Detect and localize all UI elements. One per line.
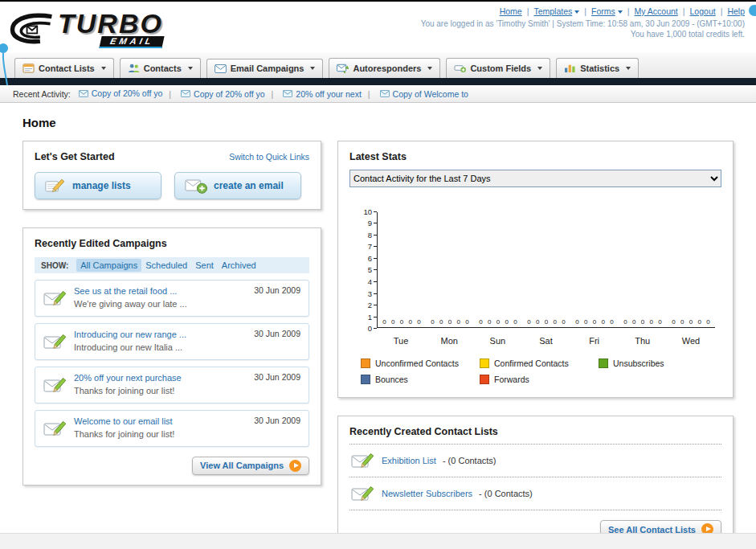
envelope-pencil-icon [351,484,375,503]
logo-main-text: TURBO [58,10,163,37]
manage-lists-button[interactable]: manage lists [35,172,161,199]
logo-text: TURBO EMAIL [58,10,163,48]
tab-label: Custom Fields [470,64,531,73]
top-link-home[interactable]: Home [500,6,522,16]
manage-lists-label: manage lists [72,180,131,191]
pin-icon [0,42,10,87]
small-envelope-icon [79,90,88,97]
get-started-buttons: manage lists create an email [35,172,309,199]
recent-activity-label: Recent Activity: [13,89,71,99]
legend-swatch-icon [361,375,370,384]
campaign-title-link[interactable]: See us at the retail food ... [74,285,187,298]
stats-range-select[interactable]: Contact Activity for the Last 7 Days [349,170,721,187]
campaign-subtitle: Introducing our new Italia ... [74,342,186,354]
pencil-icon [45,177,66,195]
filter-sent[interactable]: Sent [191,259,218,272]
chart-y-tick: 1 [361,312,377,322]
tab-statistics[interactable]: Statistics [556,58,639,78]
campaign-subtitle: Thanks for joining our list! [74,428,174,441]
chart-value-labels: 00000 [522,318,570,326]
header: TURBO EMAIL HomeTemplatesFormsMy Account… [0,2,756,53]
tab-custom-fields[interactable]: Custom Fields [446,58,550,78]
app-logo: TURBO EMAIL [8,5,163,53]
campaign-filter-bar: SHOW: All CampaignsScheduledSentArchived [35,257,309,273]
activity-item: Copy of Welcome to [362,89,468,99]
get-started-header: Let's Get Started Switch to Quick Links [35,151,309,162]
chart-y-tick: 10 [361,207,377,216]
filter-all-campaigns[interactable]: All Campaigns [76,259,141,272]
filter-archived[interactable]: Archived [218,259,260,272]
chart-x-label: Tue [377,336,425,346]
activity-item: Copy of 20% off yo [79,88,163,98]
chart-column: 00000 [426,212,474,327]
create-email-button[interactable]: create an email [174,172,301,199]
chart-x-label: Sat [521,336,570,346]
statistics-icon [564,63,576,73]
tab-label: Autoresponders [353,64,421,73]
chart-y-tick: 3 [361,289,377,298]
campaign-list: See us at the retail food ...We're givin… [35,280,309,447]
activity-item-link[interactable]: Copy of 20% off yo [194,89,265,99]
campaign-title-link[interactable]: Welcome to our email list [74,416,174,428]
contact-lists-panel: Recently Created Contact Lists Exhibitio… [337,416,734,549]
chevron-down-icon [537,67,542,70]
login-info: You are logged in as 'Timothy Smith' | S… [421,19,745,28]
chart-value-labels: 00000 [619,318,667,326]
small-envelope-icon [380,90,390,97]
chart-x-label: Thu [619,336,667,346]
view-all-campaigns-button[interactable]: View All Campaigns [192,457,309,475]
chart-y-tick: 0 [361,324,377,334]
filter-scheduled[interactable]: Scheduled [141,259,191,272]
top-link-help[interactable]: Help [727,6,745,16]
chart-y-tick: 5 [361,265,377,275]
tab-contacts[interactable]: Contacts [120,58,201,78]
get-started-title: Let's Get Started [35,151,115,162]
campaign-title-link[interactable]: Introducing our new range ... [74,329,186,342]
chart-y-tick: 2 [361,301,377,310]
legend-label: Unsubscribes [613,358,664,368]
activity-item: Copy of 20% off yo [162,89,264,99]
activity-item-link[interactable]: Copy of 20% off yo [92,88,163,98]
stats-legend: Unconfirmed ContactsConfirmed ContactsUn… [361,358,721,384]
top-link-logout[interactable]: Logout [690,6,716,16]
tab-contact-lists[interactable]: Contact Lists [14,58,114,78]
envelope-pencil-icon [351,451,375,470]
chart-value-labels: 00000 [426,318,474,326]
chart-x-label: Sun [473,336,521,346]
top-link-forms[interactable]: Forms [591,6,615,16]
page-title: Home [22,116,734,129]
campaign-subtitle: Thanks for joining our list! [74,385,182,398]
right-column: Latest Stats Contact Activity for the La… [337,141,734,549]
chart-value-labels: 00000 [474,318,522,326]
campaign-row: Introducing our new range ...Introducing… [35,323,309,360]
switch-quick-links-link[interactable]: Switch to Quick Links [229,152,309,162]
contact-list-rows: Exhibition List- (0 Contacts)Newsletter … [349,445,721,510]
contact-list-detail: - (0 Contacts) [443,456,497,465]
top-links: HomeTemplatesFormsMy AccountLogoutHelp [421,6,745,16]
activity-item-link[interactable]: 20% off your next [296,89,362,99]
chart-y-axis: 109876543210 [361,207,377,334]
tab-autoresponders[interactable]: Autoresponders [329,58,440,78]
contact-list-link[interactable]: Exhibition List [382,456,436,465]
activity-item-link[interactable]: Copy of Welcome to [393,89,468,99]
campaign-row: 20% off your next purchaseThanks for joi… [35,367,309,404]
custom-fields-icon [454,63,466,73]
campaign-filters: All CampaignsScheduledSentArchived [76,260,259,270]
chevron-down-icon [101,67,106,70]
top-link-templates[interactable]: Templates [533,6,572,16]
chevron-down-icon [188,67,193,70]
logo-sub-wrap: EMAIL [100,34,163,48]
chart-column: 00000 [619,212,667,327]
legend-swatch-icon [599,358,608,368]
columns: Let's Get Started Switch to Quick Links [22,141,734,549]
chart-column: 00000 [378,212,426,327]
envelope-plus-icon [185,178,207,195]
autoresponders-icon [337,63,349,73]
top-link-my-account[interactable]: My Account [635,6,678,16]
campaign-title-link[interactable]: 20% off your next purchase [74,372,182,385]
campaign-date: 30 Jun 2009 [254,372,300,382]
tab-email-campaigns[interactable]: Email Campaigns [206,59,324,78]
campaign-row: See us at the retail food ...We're givin… [35,280,309,317]
chart-x-labels: TueMonSunSatFriThuWed [377,336,715,346]
contact-list-link[interactable]: Newsletter Subscribers [382,489,472,498]
